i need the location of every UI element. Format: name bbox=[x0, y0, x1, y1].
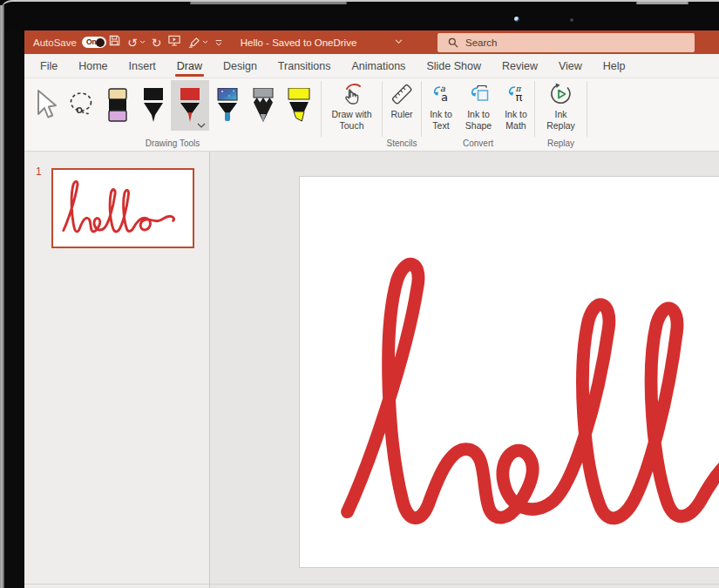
draw-with-touch-button[interactable]: Draw with Touch bbox=[322, 82, 382, 131]
front-camera-icon bbox=[514, 17, 519, 22]
group-stencils: Ruler Stencils bbox=[383, 78, 421, 152]
tab-slide-show[interactable]: Slide Show bbox=[416, 54, 492, 78]
ink-to-shape-icon bbox=[467, 82, 490, 106]
start-presentation-icon[interactable] bbox=[167, 34, 181, 51]
tab-home[interactable]: Home bbox=[68, 54, 118, 78]
tab-review[interactable]: Review bbox=[492, 54, 548, 78]
pen-galaxy-tool[interactable] bbox=[209, 80, 245, 131]
inking-pen-icon[interactable] bbox=[187, 36, 208, 49]
camera-sensor-icon bbox=[570, 18, 573, 22]
svg-text:π: π bbox=[516, 91, 523, 104]
tab-insert[interactable]: Insert bbox=[119, 54, 166, 78]
pen-black-icon bbox=[142, 88, 165, 123]
tablet-bezel-top bbox=[0, 0, 719, 30]
title-bar: AutoSave On ↺ ↻ bbox=[24, 30, 719, 54]
redo-icon[interactable]: ↻ bbox=[152, 37, 162, 49]
ink-to-text-icon: aa bbox=[430, 82, 452, 106]
document-title[interactable]: Hello - Saved to OneDrive bbox=[218, 30, 379, 54]
select-cursor-tool[interactable] bbox=[28, 80, 64, 131]
tab-file[interactable]: File bbox=[30, 54, 68, 78]
group-replay: Ink Replay Replay bbox=[535, 78, 587, 152]
pen-red-icon bbox=[179, 88, 201, 123]
svg-text:a: a bbox=[441, 91, 448, 104]
bezel-rim-notch bbox=[190, 2, 347, 4]
slide-canvas[interactable] bbox=[299, 176, 719, 568]
hello-ink-drawing bbox=[322, 236, 719, 567]
ink-to-shape-button[interactable]: Ink to Shape bbox=[460, 82, 497, 131]
ink-to-math-button[interactable]: ππ Ink to Math bbox=[498, 82, 534, 131]
ribbon-separator bbox=[587, 81, 587, 137]
pen-galaxy-icon bbox=[216, 88, 239, 123]
tab-draw[interactable]: Draw bbox=[166, 54, 213, 78]
tab-view[interactable]: View bbox=[548, 54, 593, 78]
tab-help[interactable]: Help bbox=[593, 54, 636, 78]
tab-transitions[interactable]: Transitions bbox=[268, 54, 342, 78]
pen-red-tool-selected[interactable] bbox=[171, 80, 209, 131]
slide-number: 1 bbox=[36, 166, 42, 178]
eraser-tool[interactable] bbox=[99, 80, 135, 131]
search-icon bbox=[448, 37, 458, 48]
group-label-stencils: Stencils bbox=[383, 139, 421, 148]
autosave-label: AutoSave bbox=[33, 37, 77, 48]
ink-replay-icon bbox=[549, 82, 573, 106]
ruler-icon bbox=[390, 82, 414, 106]
tab-animations[interactable]: Animations bbox=[342, 54, 417, 78]
ink-to-math-icon: ππ bbox=[505, 82, 527, 106]
bezel-rim-notch bbox=[636, 2, 688, 4]
group-label-replay: Replay bbox=[535, 139, 587, 148]
panel-divider[interactable] bbox=[209, 152, 210, 588]
group-touch: Draw with Touch bbox=[322, 78, 382, 152]
draw-with-touch-icon bbox=[340, 82, 364, 106]
lasso-select-tool[interactable] bbox=[64, 80, 99, 131]
save-icon[interactable] bbox=[108, 34, 121, 51]
tab-design[interactable]: Design bbox=[213, 54, 268, 78]
screenshot-stage: AutoSave On ↺ ↻ bbox=[0, 0, 719, 588]
highlighter-icon bbox=[288, 88, 310, 123]
document-title-chevron-icon[interactable] bbox=[395, 39, 403, 44]
group-drawing-tools: Drawing Tools bbox=[24, 78, 321, 152]
search-input[interactable] bbox=[465, 37, 657, 48]
pencil-tool[interactable] bbox=[245, 80, 281, 131]
search-box[interactable] bbox=[438, 33, 695, 52]
highlighter-yellow-tool[interactable] bbox=[281, 80, 316, 131]
lasso-select-icon bbox=[68, 91, 96, 119]
ribbon: Drawing Tools Draw with Touch bbox=[24, 78, 719, 152]
ink-replay-button[interactable]: Ink Replay bbox=[535, 82, 587, 131]
pen-black-tool[interactable] bbox=[135, 80, 171, 131]
ribbon-tab-bar: File Home Insert Draw Design Transitions… bbox=[24, 54, 719, 78]
powerpoint-window: AutoSave On ↺ ↻ bbox=[24, 30, 719, 588]
autosave-control[interactable]: AutoSave On bbox=[33, 30, 106, 54]
slide-thumbnail-1[interactable] bbox=[51, 168, 194, 248]
autosave-toggle-state: On bbox=[86, 37, 97, 46]
autosave-toggle-knob bbox=[96, 38, 105, 47]
select-cursor-icon bbox=[33, 88, 59, 123]
undo-icon[interactable]: ↺ bbox=[127, 37, 146, 49]
ink-to-text-button[interactable]: aa Ink to Text bbox=[423, 82, 459, 131]
hello-ink-thumbnail bbox=[58, 176, 189, 241]
pen-options-chevron-icon[interactable] bbox=[197, 123, 206, 128]
ruler-button[interactable]: Ruler bbox=[383, 82, 421, 120]
workspace: 1 bbox=[24, 152, 719, 588]
drawing-tools-row bbox=[24, 78, 321, 131]
pencil-icon bbox=[252, 88, 275, 123]
autosave-toggle[interactable]: On bbox=[82, 37, 106, 48]
eraser-icon bbox=[106, 88, 129, 123]
group-label-convert: Convert bbox=[422, 139, 534, 148]
group-convert: aa Ink to Text Ink to Shape ππ Ink to Ma… bbox=[422, 78, 534, 152]
statusbar-divider bbox=[24, 584, 719, 585]
quick-access-toolbar: ↺ ↻ bbox=[108, 30, 223, 54]
group-label-drawing-tools: Drawing Tools bbox=[24, 139, 321, 148]
tablet-edge-highlight bbox=[0, 5, 4, 588]
slide-thumbnail-panel[interactable]: 1 bbox=[24, 152, 209, 588]
